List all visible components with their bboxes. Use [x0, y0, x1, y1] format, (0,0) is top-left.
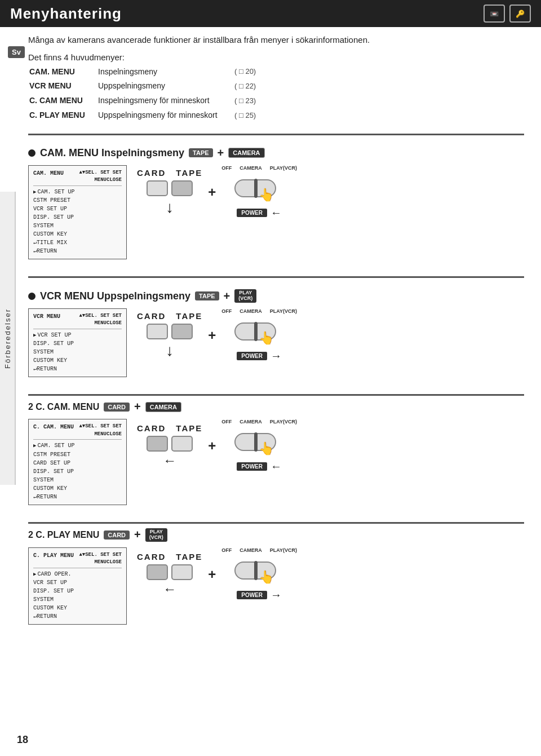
menu-desc-cam: Inspelningsmeny [98, 65, 233, 79]
vcr-menu-box-title: VCR MENU [33, 312, 60, 328]
ccam-menu-item-6: ↵RETURN [33, 493, 122, 501]
cplay-card-tape: CARD TAPE ← [137, 552, 202, 597]
menu-ref-vcr: ( □ 22) [234, 79, 256, 93]
section-cam-menu: CAM. MENU Inspelningsmeny TAPE + CAMERA … [28, 147, 524, 260]
menu-ref-ccam: ( □ 23) [234, 94, 256, 108]
cam-switch-svg: 👆 [234, 173, 285, 204]
ccam-power-badge: POWER [237, 462, 267, 471]
menu-name-ccam: C. CAM MENU [29, 94, 97, 108]
cam-menu-box-controls: ▲▼SEL. SET SETMENUCLOSE [79, 169, 122, 184]
cplay-arrow-left: ← [163, 581, 176, 597]
vcr-arrow-down: ↓ [166, 342, 174, 360]
svg-text:👆: 👆 [259, 569, 274, 585]
vcr-play-label: PLAY(VCR) [270, 308, 297, 314]
vcr-card-btn [147, 324, 168, 339]
vcr-menu-item-4: ↵RETURN [33, 365, 122, 373]
vcr-card-tape: CARD TAPE ↓ [137, 311, 202, 360]
page-number: 18 [17, 734, 28, 746]
cplay-power-badge: POWER [237, 591, 267, 599]
cam-ct-buttons [147, 180, 193, 196]
cplay-card-label: CARD [137, 552, 166, 562]
tape-icon: 📼 [484, 5, 505, 23]
ccam-menu-box: C. CAM. MENU ▲▼SEL. SET SETMENUCLOSE CAM… [28, 419, 127, 505]
cplay-menu-box: C. PLAY MENU ▲▼SEL. SET SETMENUCLOSE CAR… [28, 547, 127, 625]
plus-1: + [218, 147, 224, 160]
svg-text:👆: 👆 [259, 187, 274, 202]
key-icon: 🔑 [509, 5, 531, 23]
plus-4: + [134, 528, 141, 541]
page-title: Menyhantering [10, 5, 122, 23]
ccam-menu-box-controls: ▲▼SEL. SET SETMENUCLOSE [79, 423, 122, 438]
ccam-menu-item-2: CARD SET UP [33, 459, 122, 467]
cam-menu-item-2: VCR SET UP [33, 205, 122, 213]
ccam-menu-item-1: CSTM PRESET [33, 450, 122, 459]
vcr-menu-title: VCR MENU Uppspelningsmeny [40, 290, 190, 302]
cplay-menu-heading: 2 C. PLAY MENU CARD + PLAY(VCR) [28, 528, 524, 542]
vcr-plus-diag: + [208, 328, 216, 343]
ccam-diagram-area: CARD TAPE ← + OFF CAMERA PLAY(VCR) [137, 419, 297, 473]
ccam-menu-box-header: C. CAM. MENU ▲▼SEL. SET SETMENUCLOSE [33, 423, 122, 440]
cplay-menu-item-2: DISP. SET UP [33, 587, 122, 595]
cam-ct-label: CARD TAPE [137, 168, 202, 178]
cam-menu-heading: CAM. MENU Inspelningsmeny TAPE + CAMERA [28, 147, 524, 160]
cplay-switch-svg: 👆 [234, 555, 285, 586]
badge-tape-1: TAPE [189, 148, 213, 157]
cam-menu-item-6: ↵TITLE MIX [33, 238, 122, 247]
cam-menu-box-header: CAM. MENU ▲▼SEL. SET SETMENUCLOSE [33, 169, 122, 186]
cplay-card-btn [147, 564, 168, 580]
ccam-arrow-left: ← [163, 453, 176, 468]
ccam-menu-item-3: DISP. SET UP [33, 467, 122, 476]
cplay-menu-box-title: C. PLAY MENU [33, 551, 74, 567]
vcr-camera-label: CAMERA [240, 308, 262, 314]
ccam-arrow-left2: ← [270, 460, 282, 473]
vcr-menu-item-0: VCR SET UP [33, 331, 122, 340]
cam-arrow-right: ← [270, 206, 282, 219]
badge-play-2: PLAY(VCR) [234, 289, 256, 303]
menu-item-vcr: VCR MENU Uppspelningsmeny ( □ 22) [29, 79, 256, 93]
cplay-ct-buttons [147, 564, 193, 580]
cam-power-diag: OFF CAMERA PLAY(VCR) 👆 [221, 165, 297, 219]
vcr-tape-label: TAPE [176, 311, 202, 321]
ccam-plus-diag: + [208, 438, 216, 454]
vcr-card-label: CARD [137, 311, 166, 321]
cplay-diagram-area: CARD TAPE ← + OFF CAMERA PLAY(VCR) [137, 547, 297, 602]
ccam-off-label: OFF [221, 419, 232, 425]
language-badge: Sv [8, 46, 25, 58]
sidebar-label: Förberedelser [0, 192, 16, 485]
cplay-arrow-right2: → [270, 589, 282, 602]
cam-arrow-down: ↓ [166, 198, 174, 216]
vcr-menu-heading: VCR MENU Uppspelningsmeny TAPE + PLAY(VC… [28, 289, 524, 303]
menu-ref-cam: ( □ 20) [234, 65, 256, 79]
cplay-menu-item-5: ↵RETURN [33, 612, 122, 621]
bullet-cam [28, 149, 36, 157]
divider-3 [28, 394, 524, 396]
section-cplay-menu: 2 C. PLAY MENU CARD + PLAY(VCR) C. PLAY … [28, 528, 524, 625]
cam-tape-label: TAPE [176, 168, 202, 178]
vcr-arrow-right: → [270, 350, 282, 362]
section-ccam-menu: 2 C. CAM. MENU CARD + CAMERA C. CAM. MEN… [28, 400, 524, 505]
cam-menu-item-5: CUSTOM KEY [33, 230, 122, 238]
vcr-switch-svg: 👆 [234, 316, 285, 347]
ccam-card-label: CARD [137, 423, 166, 433]
menu-name-cplay: C. PLAY MENU [29, 109, 97, 122]
cam-menu-item-3: DISP. SET UP [33, 213, 122, 222]
bullet-vcr [28, 293, 36, 300]
menu-name-vcr: VCR MENU [29, 79, 97, 93]
cplay-menu-item-3: SYSTEM [33, 595, 122, 604]
ccam-card-tape: CARD TAPE ← [137, 423, 202, 468]
ccam-card-btn [147, 436, 168, 452]
ccam-ct-label: CARD TAPE [137, 423, 202, 433]
cam-off-label: OFF [221, 165, 232, 171]
cplay-play-label: PLAY(VCR) [270, 547, 297, 553]
cplay-camera-label: CAMERA [240, 547, 262, 553]
cplay-menu-item-4: CUSTOM KEY [33, 604, 122, 612]
divider-4 [28, 522, 524, 524]
cplay-menu-box-header: C. PLAY MENU ▲▼SEL. SET SETMENUCLOSE [33, 551, 122, 568]
cam-menu-title: CAM. MENU Inspelningsmeny [40, 147, 184, 159]
cam-power-labels: OFF CAMERA PLAY(VCR) [221, 165, 297, 171]
cplay-off-label: OFF [221, 547, 232, 553]
cam-menu-item-4: SYSTEM [33, 222, 122, 230]
main-content: Många av kamerans avancerade funktioner … [0, 27, 541, 653]
plus-2: + [224, 290, 230, 303]
vcr-power-diag: OFF CAMERA PLAY(VCR) 👆 POWER → [221, 308, 297, 362]
